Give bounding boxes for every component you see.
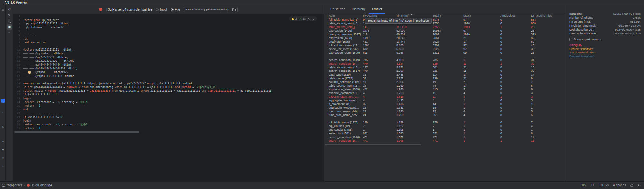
line-number[interactable]: 2 xyxy=(13,18,20,22)
code-line[interactable]: 9 xyxy=(13,44,324,48)
code-line[interactable]: 21select @vipid = vipid ,@vipa3333333333… xyxy=(13,89,324,93)
code-line[interactable]: 13─── ─── @a333333333333 dtkind, xyxy=(13,59,324,63)
code-line[interactable]: 24 select errorcode = -1, errormsg = '执行… xyxy=(13,100,324,104)
terminal-icon[interactable]: ▪ xyxy=(1,165,5,168)
warnings-counter[interactable]: 2 xyxy=(291,17,297,20)
line-number[interactable]: 8 xyxy=(13,41,20,44)
code-line[interactable]: 30 select errorcode = -1, errormsg = '准备… xyxy=(13,123,324,127)
code-editor[interactable]: 12create proc up_com_test3 @p_vipa111111… xyxy=(13,14,324,181)
table-row[interactable]: aggregate_windowed…181.33118101 xyxy=(324,106,566,109)
breadcrumb-project[interactable]: tsql-parser xyxy=(7,184,22,187)
line-number[interactable]: 6 xyxy=(13,33,20,37)
line-number[interactable]: 19 xyxy=(13,82,20,86)
line-number[interactable]: 17 xyxy=(13,74,20,78)
line-number[interactable]: 11 xyxy=(13,52,20,56)
window-icon[interactable] xyxy=(2,184,5,187)
project-icon[interactable]: ▤ xyxy=(1,8,5,12)
table-row[interactable]: full_column_name (17…10948.635830197045 xyxy=(324,44,566,47)
column-header-rule[interactable]: Rule xyxy=(324,14,363,18)
code-line[interactable]: 15─── ─── @a44444444444444444 dtint, xyxy=(13,67,324,71)
code-line[interactable]: 19exec nb_com_getsysconfig @a11111111111… xyxy=(13,82,324,86)
code-line[interactable]: 29begin xyxy=(13,119,324,123)
table-row[interactable]: full_table_name (1773)1391.179139107 xyxy=(324,121,566,124)
typos-counter[interactable]: 23 xyxy=(299,17,306,20)
table-row[interactable]: column_definition (1421)182.06449707 xyxy=(324,80,566,84)
editor-hscrollbar[interactable] xyxy=(13,131,324,133)
table-row[interactable]: func_proc_name_data…241.29895405 xyxy=(324,110,566,113)
line-number[interactable]: 5 xyxy=(13,29,20,33)
chevron-up-icon[interactable] xyxy=(308,18,310,20)
table-row[interactable]: table_source_item (16…141167.98327581910… xyxy=(324,22,566,25)
line-number[interactable]: 10 xyxy=(13,48,20,52)
indent-indicator[interactable]: 4 spaces xyxy=(613,184,626,187)
lock-icon[interactable] xyxy=(630,184,633,187)
table-row[interactable]: if_statement (31)351.476441015 xyxy=(324,102,566,106)
table-row[interactable]: expression_elem (1589)4021.948413308 xyxy=(324,88,566,91)
line-number[interactable]: 13 xyxy=(13,59,20,63)
column-header-ambiguities[interactable]: Ambiguities xyxy=(500,14,531,18)
table-row[interactable]: execute_parameter (1…41.75811403 xyxy=(324,91,566,95)
code-line[interactable]: 23begin xyxy=(13,97,324,100)
search-icon[interactable] xyxy=(7,19,12,24)
code-line[interactable]: 3 @p_vipa1111111111111 dtint, xyxy=(13,22,324,26)
profiler-view-icon[interactable]: ▣ xyxy=(7,24,12,30)
table-hscrollbar[interactable] xyxy=(324,144,566,145)
line-number[interactable]: 23 xyxy=(13,97,20,100)
table-row[interactable]: search_condition (15…4711.0654711111 xyxy=(324,139,566,143)
line-number[interactable]: 21 xyxy=(13,89,20,93)
line-number[interactable]: 14 xyxy=(13,63,20,67)
table-row[interactable]: select_list (1581)6321.073632106 xyxy=(324,132,566,135)
code-line[interactable]: 8 set nocount on xyxy=(13,41,324,44)
code-line[interactable]: 26end xyxy=(13,108,324,112)
code-line[interactable]: 6-- -- -- xyxy=(13,33,324,37)
scrollbar-thumb[interactable] xyxy=(14,131,139,133)
list-view-icon[interactable]: ≡ xyxy=(7,30,12,35)
table-row[interactable]: select_list_elem (1592)6326.669612997038 xyxy=(324,47,566,51)
line-number[interactable]: 18 xyxy=(13,78,20,82)
table-row[interactable]: execute_statement_a…41.61811413 xyxy=(324,95,566,99)
table-row[interactable]: table_source_item (15…1273.17138121013 xyxy=(324,66,566,69)
structure-icon[interactable]: ≡ xyxy=(1,111,5,115)
tab-parse-tree[interactable]: Parse tree xyxy=(327,5,348,14)
code-line[interactable]: 22if @a333333333333 !='0' xyxy=(13,93,324,97)
line-number[interactable]: 7 xyxy=(13,37,20,41)
line-number[interactable]: 29 xyxy=(13,119,20,123)
column-header-dfa-cache-miss[interactable]: DFA cache miss xyxy=(531,14,565,18)
encoding-indicator[interactable]: UTF-8 xyxy=(600,184,609,187)
column-header-max-k[interactable]: Max k xyxy=(463,14,500,18)
code-line[interactable]: 12─── ─── @a2222222222 dtdate, xyxy=(13,56,324,60)
table-row[interactable]: table_name (1777)332.2521992109 xyxy=(324,77,566,80)
code-line[interactable]: 11─── ─── @sysdate dtdate, xyxy=(13,52,324,56)
inspections-widget[interactable]: 2 23 xyxy=(289,16,317,21)
code-line[interactable]: 16─── ─── @vipid dtchar32, xyxy=(13,71,324,74)
line-number[interactable]: 31 xyxy=(13,127,20,130)
code-line[interactable]: 18 xyxy=(13,78,324,82)
column-header-invocations[interactable]: Invocations xyxy=(363,14,396,18)
tab-hierarchy[interactable]: Hierarchy xyxy=(349,5,368,14)
code-line[interactable]: 20select @a4444444444444444 = paravalue … xyxy=(13,85,324,89)
table-row[interactable]: func_proc_name_serv…241.28995405 xyxy=(324,113,566,117)
antlr-preview-tool-icon[interactable] xyxy=(1,99,5,103)
table-row[interactable]: query_expression (1527)11748.76120621910… xyxy=(324,33,566,36)
line-number[interactable]: 3 xyxy=(13,22,20,26)
problems-icon[interactable]: ● xyxy=(1,156,5,160)
line-number[interactable]: 16 xyxy=(13,71,20,74)
line-number[interactable]: 25 xyxy=(13,104,20,108)
line-number[interactable]: 1 xyxy=(13,14,20,18)
line-number[interactable]: 20 xyxy=(13,85,20,89)
tab-profiler[interactable]: Profiler xyxy=(369,5,385,14)
file-path-input[interactable]: ebelice/Github/tsql-parser/examples/big.… xyxy=(184,7,238,12)
line-number[interactable]: 27 xyxy=(13,111,20,115)
table-row[interactable]: set_special (1485)11.1051101 xyxy=(324,128,566,132)
line-number[interactable]: 12 xyxy=(13,56,20,60)
table-row[interactable]: expression (1495)197852.99910982970237 xyxy=(324,29,566,33)
table-row[interactable]: search_condition (1517)4702.78652511030 xyxy=(324,69,566,73)
table-row[interactable]: data_type (1829)322.48811417014 xyxy=(324,73,566,77)
scrollbar-thumb[interactable] xyxy=(325,144,421,145)
table-row[interactable]: sql_clauses (12)71.1227104 xyxy=(324,124,566,128)
table-row[interactable]: table_source_item_j…141110.4192758191012… xyxy=(324,25,566,29)
table-row[interactable]: expression_elem (1590)6115.266321199026 xyxy=(324,51,566,55)
code-line[interactable]: 1 xyxy=(13,14,324,18)
version-control-icon[interactable]: ↻ xyxy=(1,125,5,129)
table-row[interactable]: search_condition (1519)7354.1587351031 xyxy=(324,58,566,62)
